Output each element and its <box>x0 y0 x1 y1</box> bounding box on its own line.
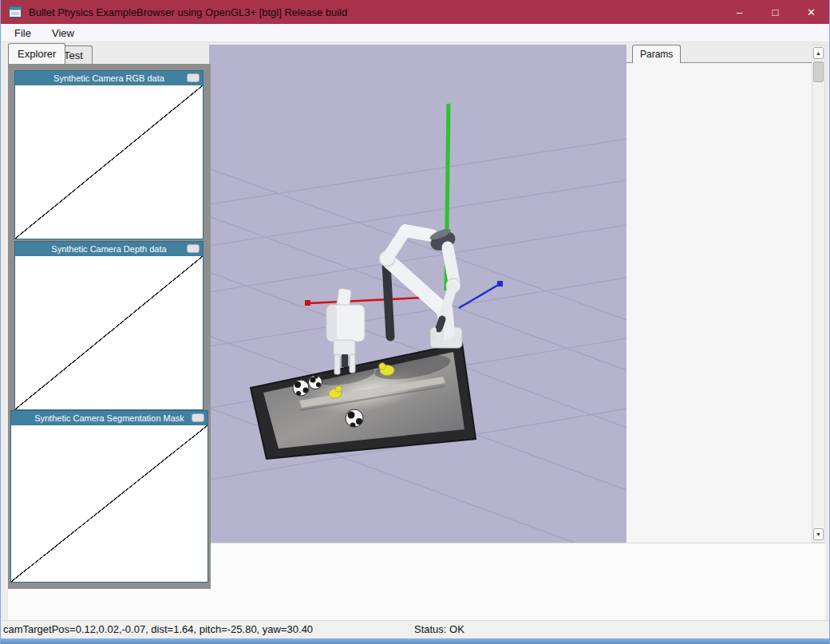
robot-arm <box>379 226 462 348</box>
maximize-button[interactable]: □ <box>757 0 793 24</box>
menu-file[interactable]: File <box>6 25 39 41</box>
params-panel: Params <box>626 45 812 543</box>
camera-window-segmentation-view <box>11 425 208 582</box>
3d-viewport[interactable] <box>209 45 626 543</box>
params-panel-body <box>626 62 812 543</box>
world-axis-z-blue <box>459 281 503 308</box>
gripper-finger-right <box>441 331 443 341</box>
checkered-ball <box>293 380 309 396</box>
camera-window-segmentation-minimize-button[interactable] <box>192 413 204 422</box>
title-bar[interactable]: Bullet Physics ExampleBrowser using Open… <box>1 0 829 24</box>
status-bar: camTargetPos=0.12,0.02,-0.07, dist=1.64,… <box>2 620 830 638</box>
3d-scene <box>209 45 626 543</box>
dark-tool <box>386 263 390 337</box>
world-axis-x-red <box>305 297 437 306</box>
tab-params[interactable]: Params <box>632 45 681 63</box>
scrollbar-down-icon[interactable]: ▼ <box>813 528 824 540</box>
window-bottom-frame <box>1 638 830 644</box>
camera-window-segmentation: Synthetic Camera Segmentation Mask <box>10 410 208 583</box>
camera-window-rgb-titlebar[interactable]: Synthetic Camera RGB data <box>15 71 203 85</box>
bottom-empty-area-left <box>8 589 209 620</box>
app-window: Bullet Physics ExampleBrowser using Open… <box>0 0 830 644</box>
camera-window-rgb-minimize-button[interactable] <box>187 73 200 82</box>
camera-window-segmentation-titlebar[interactable]: Synthetic Camera Segmentation Mask <box>11 411 208 425</box>
camera-window-rgb-view <box>15 85 203 239</box>
explorer-panel: Synthetic Camera RGB data Synthetic Came… <box>8 64 211 589</box>
close-button[interactable]: ✕ <box>793 0 829 24</box>
window-controls: – □ ✕ <box>721 0 829 24</box>
window-title: Bullet Physics ExampleBrowser using Open… <box>29 6 347 18</box>
menu-view[interactable]: View <box>44 25 82 41</box>
camera-target-status: camTargetPos=0.12,0.02,-0.07, dist=1.64,… <box>3 621 313 638</box>
minimize-button[interactable]: – <box>721 0 757 24</box>
robot-wrist-dark <box>439 319 442 329</box>
camera-window-segmentation-title: Synthetic Camera Segmentation Mask <box>11 411 208 425</box>
tab-explorer[interactable]: Explorer <box>8 43 65 64</box>
status-ok: Status: OK <box>414 621 464 638</box>
camera-window-depth-minimize-button[interactable] <box>187 244 200 253</box>
camera-window-rgb: Synthetic Camera RGB data <box>14 70 204 239</box>
app-icon <box>9 6 22 18</box>
scrollbar-up-icon[interactable]: ▲ <box>813 47 824 59</box>
camera-window-depth-view <box>15 256 203 409</box>
params-scrollbar[interactable]: ▲ ▼ <box>812 45 825 543</box>
ground-grid <box>209 139 626 543</box>
bottom-empty-area <box>209 543 825 620</box>
content-area: Explorer Test Synthetic Camera RGB data … <box>2 42 830 620</box>
scrollbar-thumb[interactable] <box>813 61 824 82</box>
camera-window-depth: Synthetic Camera Depth data <box>14 241 204 410</box>
camera-window-depth-title: Synthetic Camera Depth data <box>15 242 203 256</box>
camera-window-depth-titlebar[interactable]: Synthetic Camera Depth data <box>15 242 203 256</box>
camera-window-rgb-title: Synthetic Camera RGB data <box>15 71 203 85</box>
menu-bar: File View <box>2 24 830 42</box>
